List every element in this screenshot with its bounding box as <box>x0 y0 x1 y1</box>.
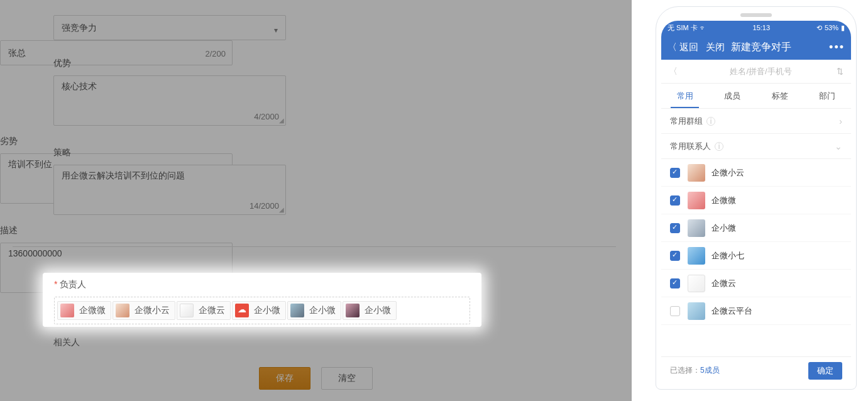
owner-section: *负责人 企微微 企微小云 企微云 企小微 企小微 企小微 <box>43 273 481 327</box>
contact-name: 企微云 <box>711 278 736 289</box>
search-back-icon[interactable]: 〈 <box>669 66 678 77</box>
owner-chip[interactable]: 企微小云 <box>113 301 175 320</box>
status-battery: 53% <box>825 24 838 31</box>
avatar <box>688 192 705 209</box>
description-label: 描述 <box>0 225 289 236</box>
strategy-textarea[interactable]: 用企微云解决培训不到位的问题 14/2000 ◢ <box>53 165 286 215</box>
owner-chip[interactable]: 企微微 <box>57 301 111 320</box>
advantage-textarea[interactable]: 核心技术 4/2000 ◢ <box>53 75 286 126</box>
chevron-down-icon: ⌄ <box>835 134 842 159</box>
close-button[interactable]: 关闭 <box>706 41 725 53</box>
back-button[interactable]: 〈 返回 <box>667 41 698 53</box>
related-label: 相关人 <box>53 337 588 348</box>
save-button[interactable]: 保存 <box>259 367 310 390</box>
owner-chip-label: 企微小云 <box>135 305 170 316</box>
nav-bar: 〈 返回 关闭 新建竞争对手 ••• <box>661 35 851 60</box>
competitiveness-select[interactable]: 强竞争力 ▾ <box>53 15 286 40</box>
contact-name: 企小微 <box>711 222 736 234</box>
divider <box>13 246 616 247</box>
checkbox[interactable] <box>670 278 680 288</box>
avatar <box>235 304 249 317</box>
strategy-value: 用企微云解决培训不到位的问题 <box>62 170 185 180</box>
avatar <box>688 275 705 292</box>
contact-row[interactable]: 企小微 <box>661 214 851 242</box>
checkbox[interactable] <box>670 195 680 206</box>
phone-footer: 已选择：5成员 确定 <box>661 356 851 384</box>
contact-row[interactable]: 企微云平台 <box>661 297 851 325</box>
group-label: 常用群组 <box>670 116 703 126</box>
checkbox[interactable] <box>670 168 680 178</box>
contact-name: 企微小七 <box>711 250 744 261</box>
phone-notch <box>740 13 772 17</box>
tab-tags[interactable]: 标签 <box>756 84 804 108</box>
form-panel: 强竞争力 ▾ 张总 2/200 优势 核心技术 4/2000 ◢ 劣势 培训不到… <box>0 0 632 401</box>
info-icon[interactable]: i <box>715 142 723 151</box>
avatar <box>688 164 705 182</box>
status-time: 15:13 <box>753 24 771 31</box>
competitiveness-value: 强竞争力 <box>62 23 97 33</box>
selected-count: 已选择：5成员 <box>670 365 720 376</box>
resize-icon: ◢ <box>279 117 284 124</box>
group-header-contacts[interactable]: 常用联系人i ⌄ <box>661 134 851 159</box>
avatar <box>688 219 705 237</box>
search-input[interactable]: 姓名/拼音/手机号 <box>685 66 837 77</box>
resize-icon: ◢ <box>279 206 284 213</box>
status-bar: 无 SIM 卡 ᯤ 15:13 ⟲53%▮ <box>661 21 851 35</box>
advantage-label: 优势 <box>53 58 343 69</box>
owner-label: *负责人 <box>54 279 470 290</box>
checkbox[interactable] <box>670 223 680 233</box>
avatar <box>688 247 705 265</box>
tab-members[interactable]: 成员 <box>709 84 757 108</box>
owner-chip[interactable]: 企小微 <box>343 301 397 320</box>
more-icon[interactable]: ••• <box>829 41 845 54</box>
avatar <box>346 304 360 317</box>
owner-chip-label: 企小微 <box>254 305 280 316</box>
description-value: 13600000000 <box>8 248 62 258</box>
strategy-counter: 14/2000 <box>250 201 279 211</box>
owner-chip-container[interactable]: 企微微 企微小云 企微云 企小微 企小微 企小微 <box>54 297 470 324</box>
status-sim: 无 SIM 卡 ᯤ <box>667 23 706 33</box>
chevron-right-icon: › <box>839 109 842 134</box>
clear-button[interactable]: 清空 <box>321 367 373 390</box>
group-header-groups[interactable]: 常用群组i › <box>661 109 851 134</box>
phone-preview: 无 SIM 卡 ᯤ 15:13 ⟲53%▮ 〈 返回 关闭 新建竞争对手 •••… <box>656 6 857 390</box>
tabs: 常用 成员 标签 部门 <box>661 84 851 109</box>
contact-row[interactable]: 企微微 <box>661 187 851 214</box>
info-icon[interactable]: i <box>706 117 715 126</box>
avatar <box>180 304 194 317</box>
contact-row[interactable]: 企微小云 <box>661 159 851 187</box>
confirm-button[interactable]: 确定 <box>808 362 842 380</box>
search-bar[interactable]: 〈 姓名/拼音/手机号 ⇅ <box>661 60 851 84</box>
owner-chip-label: 企微云 <box>199 305 225 316</box>
owner-chip-label: 企小微 <box>365 305 391 316</box>
strategy-label: 策略 <box>53 147 343 158</box>
owner-chip[interactable]: 企小微 <box>232 301 286 320</box>
sort-icon[interactable]: ⇅ <box>837 67 843 76</box>
contact-name: 企微微 <box>711 195 736 206</box>
avatar <box>116 304 129 317</box>
checkbox[interactable] <box>670 251 680 261</box>
group-label: 常用联系人 <box>670 141 711 151</box>
contact-name: 企微小云 <box>711 167 744 179</box>
owner-chip-label: 企小微 <box>309 305 336 316</box>
checkbox[interactable] <box>670 306 680 316</box>
avatar <box>290 304 304 317</box>
avatar <box>60 304 74 317</box>
nav-title: 新建竞争对手 <box>731 41 829 54</box>
contact-row[interactable]: 企微云 <box>661 270 851 297</box>
owner-chip[interactable]: 企小微 <box>287 301 341 320</box>
contact-row[interactable]: 企微小七 <box>661 242 851 270</box>
avatar <box>688 302 705 320</box>
owner-chip-label: 企微微 <box>79 305 106 316</box>
tab-departments[interactable]: 部门 <box>804 84 852 108</box>
owner-chip[interactable]: 企微云 <box>177 301 231 320</box>
advantage-value: 核心技术 <box>62 81 97 91</box>
tab-frequent[interactable]: 常用 <box>661 84 709 108</box>
contact-name: 企微云平台 <box>711 305 752 317</box>
advantage-counter: 4/2000 <box>254 112 279 121</box>
chevron-down-icon: ▾ <box>274 23 278 37</box>
